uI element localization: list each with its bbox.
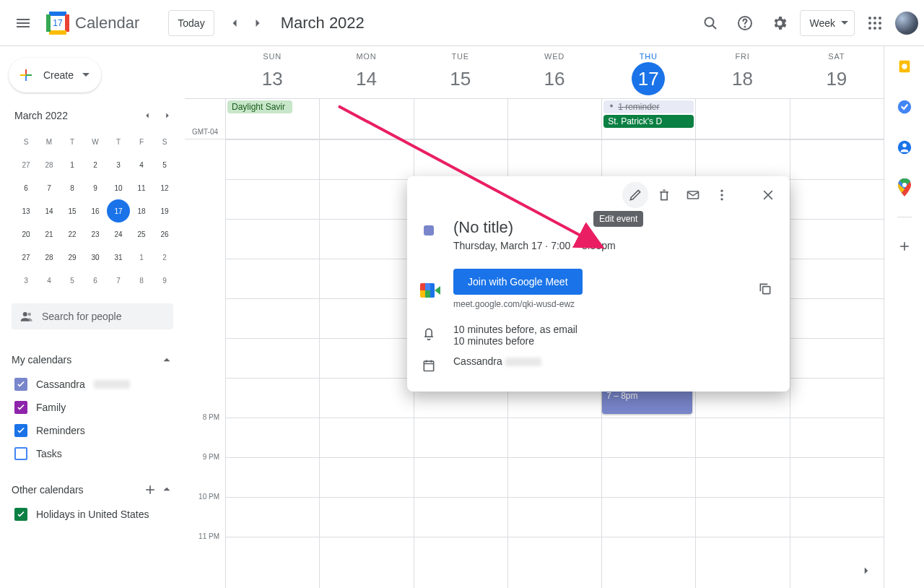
- day-header[interactable]: SUN13: [225, 46, 319, 98]
- calendar-checkbox[interactable]: [14, 447, 27, 460]
- mini-day[interactable]: 23: [84, 222, 107, 246]
- mini-day[interactable]: 3: [107, 153, 130, 176]
- day-header[interactable]: FRI18: [695, 46, 789, 98]
- account-avatar[interactable]: [895, 12, 918, 35]
- mini-day[interactable]: 27: [14, 246, 38, 269]
- mini-day[interactable]: 12: [153, 176, 176, 199]
- mini-day[interactable]: 4: [38, 269, 61, 292]
- day-header[interactable]: MON14: [319, 46, 413, 98]
- mini-dow: T: [107, 130, 130, 153]
- day-header[interactable]: SAT19: [790, 46, 884, 98]
- search-people-input[interactable]: Search for people: [12, 303, 173, 329]
- allday-event-stpatricks[interactable]: St. Patrick's D: [603, 115, 694, 128]
- maps-icon[interactable]: [890, 173, 919, 202]
- svg-point-16: [720, 190, 723, 192]
- mini-next-button[interactable]: [159, 107, 176, 124]
- calendar-item[interactable]: Tasks: [12, 442, 173, 465]
- mini-day[interactable]: 8: [61, 176, 84, 199]
- settings-icon[interactable]: [765, 9, 794, 38]
- mini-day[interactable]: 18: [130, 199, 153, 222]
- mini-prev-button[interactable]: [139, 107, 156, 124]
- email-guests-button[interactable]: [680, 182, 706, 208]
- mini-day[interactable]: 6: [84, 269, 107, 292]
- mini-day[interactable]: 7: [38, 176, 61, 199]
- mini-day[interactable]: 5: [153, 153, 176, 176]
- allday-reminder[interactable]: 1 reminder: [603, 100, 694, 113]
- calendar-item[interactable]: Holidays in United States: [12, 503, 173, 526]
- add-on-icon[interactable]: [890, 232, 919, 261]
- grid-column[interactable]: [790, 139, 884, 588]
- delete-event-button[interactable]: [651, 182, 677, 208]
- allday-event-dst[interactable]: Daylight Savir: [227, 100, 292, 113]
- view-selector[interactable]: Week: [800, 10, 855, 36]
- mini-day[interactable]: 22: [61, 222, 84, 246]
- mini-day[interactable]: 4: [130, 153, 153, 176]
- calendar-checkbox[interactable]: [14, 424, 27, 437]
- hamburger-menu[interactable]: [6, 6, 40, 40]
- help-icon[interactable]: [731, 9, 759, 38]
- mini-day[interactable]: 10: [107, 176, 130, 199]
- day-header[interactable]: TUE15: [414, 46, 507, 98]
- mini-day[interactable]: 13: [14, 199, 38, 222]
- calendar-logo[interactable]: 17: [43, 9, 72, 38]
- prev-week-button[interactable]: [223, 12, 246, 35]
- keep-icon[interactable]: [890, 52, 919, 81]
- mini-day[interactable]: 6: [14, 176, 38, 199]
- edit-event-button[interactable]: [622, 182, 648, 208]
- my-calendars-toggle[interactable]: My calendars: [12, 347, 173, 373]
- day-header[interactable]: WED16: [507, 46, 601, 98]
- mini-day[interactable]: 1: [130, 246, 153, 269]
- mini-day[interactable]: 9: [84, 176, 107, 199]
- next-week-button[interactable]: [246, 12, 269, 35]
- mini-day[interactable]: 28: [38, 246, 61, 269]
- contacts-icon[interactable]: [890, 133, 919, 162]
- mini-day[interactable]: 17: [107, 199, 130, 222]
- calendar-checkbox[interactable]: [14, 378, 27, 391]
- mini-day[interactable]: 26: [153, 222, 176, 246]
- calendar-item[interactable]: Reminders: [12, 419, 173, 442]
- side-panel-toggle[interactable]: [858, 562, 875, 579]
- calendar-item[interactable]: Cassandra: [12, 373, 173, 396]
- calendar-item[interactable]: Family: [12, 396, 173, 419]
- grid-column[interactable]: [319, 139, 413, 588]
- apps-grid-icon[interactable]: [860, 9, 889, 38]
- calendar-checkbox[interactable]: [14, 401, 27, 414]
- mini-day[interactable]: 2: [84, 153, 107, 176]
- mini-day[interactable]: 15: [61, 199, 84, 222]
- grid-column[interactable]: [225, 139, 319, 588]
- mini-day[interactable]: 27: [14, 153, 38, 176]
- mini-day[interactable]: 29: [61, 246, 84, 269]
- mini-day[interactable]: 21: [38, 222, 61, 246]
- mini-day[interactable]: 1: [61, 153, 84, 176]
- calendar-checkbox[interactable]: [14, 508, 27, 521]
- mini-day[interactable]: 24: [107, 222, 130, 246]
- mini-day[interactable]: 7: [107, 269, 130, 292]
- mini-day[interactable]: 16: [84, 199, 107, 222]
- mini-day[interactable]: 25: [130, 222, 153, 246]
- mini-day[interactable]: 9: [153, 269, 176, 292]
- search-icon[interactable]: [696, 9, 725, 38]
- day-header[interactable]: THU17: [601, 46, 695, 98]
- mini-day[interactable]: 11: [130, 176, 153, 199]
- join-meet-button[interactable]: Join with Google Meet: [453, 269, 583, 295]
- mini-day[interactable]: 19: [153, 199, 176, 222]
- mini-day[interactable]: 14: [38, 199, 61, 222]
- mini-day[interactable]: 31: [107, 246, 130, 269]
- mini-day[interactable]: 20: [14, 222, 38, 246]
- tasks-icon[interactable]: [890, 92, 919, 121]
- today-button[interactable]: Today: [168, 10, 214, 36]
- mini-day[interactable]: 30: [84, 246, 107, 269]
- mini-day[interactable]: 2: [153, 246, 176, 269]
- mini-day[interactable]: 5: [61, 269, 84, 292]
- event-block-time: 7 – 8pm: [606, 391, 688, 401]
- options-button[interactable]: [709, 182, 735, 208]
- copy-link-button[interactable]: [752, 276, 778, 302]
- close-popup-button[interactable]: [755, 182, 781, 208]
- mini-day[interactable]: 3: [14, 269, 38, 292]
- mini-day[interactable]: 8: [130, 269, 153, 292]
- mini-day[interactable]: 28: [38, 153, 61, 176]
- day-of-week: SAT: [790, 52, 884, 61]
- other-calendars-toggle[interactable]: Other calendars: [12, 477, 173, 503]
- add-calendar-icon[interactable]: [143, 483, 157, 497]
- create-button[interactable]: Create: [9, 58, 101, 92]
